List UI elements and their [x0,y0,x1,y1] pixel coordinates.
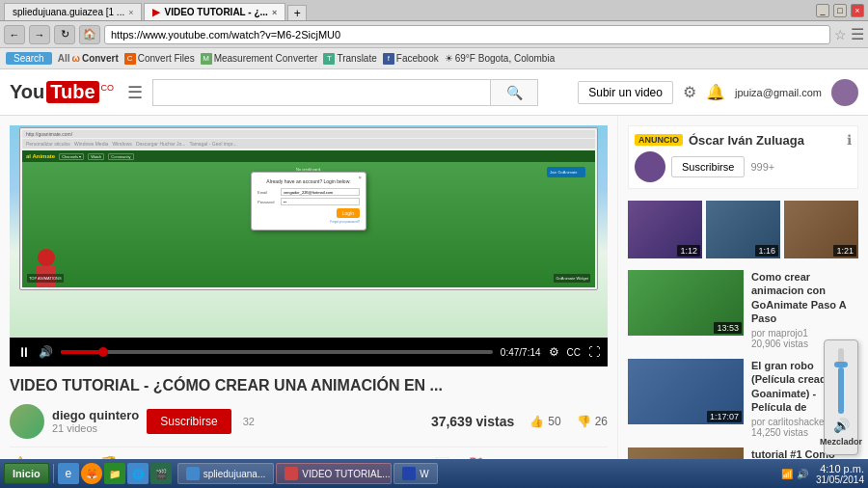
navigation-bar: ← → ↻ 🏠 ☆ ☰ [0,21,868,48]
bookmark-icon: All [58,53,70,64]
media-icon-symbol: 🎬 [155,469,167,479]
taskbar-time: 4:10 p.m. [816,463,864,474]
taskbar-date: 31/05/2014 [816,474,864,485]
sound-icon[interactable]: 🔊 [797,469,808,479]
related-item-1[interactable]: 13:53 Como crear animacion con GoAnimate… [628,270,858,349]
taskbar-tab-1[interactable]: spliedujuana... [177,463,275,484]
word-icon [402,467,416,480]
bookmark-search[interactable]: Search [6,52,52,65]
related-thumb-3: 12:54 [628,447,744,459]
ad-thumb-1[interactable]: 1:12 [628,201,702,258]
ad-name: Óscar Iván Zuluaga [689,133,841,148]
video-player[interactable]: http://goanimate.com/ Personalizar sticu… [10,125,608,366]
bookmark-convert[interactable]: All ω Convert [58,53,119,64]
video-screenshot: http://goanimate.com/ Personalizar sticu… [10,125,608,338]
modal-forgot-link[interactable]: Forgot your password? [258,220,360,224]
ad-thumb-2[interactable]: 1:16 [706,201,780,258]
refresh-button[interactable]: ↻ [54,25,75,44]
tab-1-close[interactable]: × [128,8,133,17]
yt-header: You Tube CO ☰ 🔍 Subir un video ⚙ 🔔 jpuiz… [0,69,868,116]
bookmark-star-icon[interactable]: ☆ [834,27,847,42]
progress-bar[interactable] [61,350,493,354]
ad-actions: Suscribirse 999+ [635,151,852,182]
modal-login-button[interactable]: Login [337,208,360,218]
system-tray: 📶 🔊 [781,469,808,479]
user-avatar[interactable] [831,79,858,106]
address-bar[interactable] [104,25,830,44]
modal-email-input[interactable] [281,188,360,196]
taskbar-word[interactable]: W [393,463,437,484]
close-button[interactable]: × [851,4,864,17]
tab-2-close[interactable]: × [272,8,277,17]
in-video-nav-label: Personalizar sticulos Windows Media Wind… [26,141,237,147]
ad-subscribe-button[interactable]: Suscribirse [671,156,745,177]
convert-label: Convert [82,53,119,64]
start-button[interactable]: Inicio [4,463,49,484]
bookmark-translate[interactable]: T Translate [323,53,376,65]
yt-menu-icon[interactable]: ☰ [127,82,143,103]
taskbar-tab-2-label: VIDEO TUTORIAL... [302,469,390,479]
ga-header: al Animate Channels ▾ Watch Community [22,150,595,162]
measurement-label: Measurement Converter [214,53,318,64]
browser2-icon-symbol: 🌐 [132,469,144,479]
notifications-icon[interactable]: 🔔 [706,83,725,101]
taskbar-tab-1-label: spliedujuana... [203,469,266,479]
maximize-button[interactable]: □ [833,4,847,17]
translate-icon: T [323,53,335,65]
video-settings-icon[interactable]: ⚙ [549,345,559,359]
firefox-icon[interactable]: 🦊 [81,463,102,484]
modal-close-icon: × [358,175,362,180]
user-email[interactable]: jpuiza@gmail.com [735,87,822,98]
progress-handle[interactable] [98,347,108,357]
modal-password-input[interactable] [281,198,360,205]
menu-icon[interactable]: ☰ [851,25,864,43]
volume-button[interactable]: 🔊 [39,345,53,359]
youtube-logo[interactable]: You Tube CO [10,81,114,103]
bookmark-measurement[interactable]: M Measurement Converter [201,53,318,65]
settings-icon[interactable]: ⚙ [683,83,696,101]
back-icon: ← [10,29,20,41]
ad-avatar[interactable] [635,151,665,182]
forward-button[interactable]: → [29,25,50,44]
ga-logo: al Animate [26,153,55,159]
home-button[interactable]: 🏠 [79,25,100,44]
minimize-button[interactable]: _ [816,4,829,17]
taskbar-tab-2[interactable]: VIDEO TUTORIAL... [276,463,392,484]
channel-avatar[interactable] [10,404,44,439]
volume-popup-label: Mezclador [820,437,862,447]
subscriber-count: 32 [243,416,255,427]
search-bookmark-btn[interactable]: Search [6,52,52,65]
info-icon[interactable]: ℹ [847,132,852,148]
browser2-icon[interactable]: 🌐 [127,463,149,484]
volume-slider[interactable] [838,348,844,414]
play-pause-button[interactable]: ⏸ [17,344,31,360]
ga-nav-community: Community [108,153,133,160]
media-icon[interactable]: 🎬 [150,463,172,484]
home-icon: 🏠 [83,28,96,41]
like-button[interactable]: 👍 50 [529,415,560,428]
tab-1[interactable]: spliedujuana.guiazea [1 ... × [4,3,142,20]
bookmark-weather[interactable]: ☀ 69°F Bogota, Colombia [445,53,556,64]
channel-details: diego quintero 21 videos [52,408,139,434]
refresh-icon: ↻ [61,28,69,41]
yt-search-input[interactable] [152,79,490,106]
new-tab-button[interactable]: + [287,5,307,20]
back-button[interactable]: ← [4,25,25,44]
yt-search-button[interactable]: 🔍 [490,79,538,106]
views-likes: 37,639 vistas 👍 50 👎 26 [431,414,608,429]
channel-name[interactable]: diego quintero [52,408,139,422]
ad-thumb-3[interactable]: 1:21 [784,201,858,258]
convert-files-icon: C [124,53,136,65]
fullscreen-button[interactable]: ⛶ [588,345,600,359]
bookmark-convert-files[interactable]: C Convert Files [124,53,195,65]
dislike-button[interactable]: 👎 26 [577,415,608,428]
subtitle-button[interactable]: CC [567,347,581,358]
upload-video-button[interactable]: Subir un video [578,81,673,104]
tab-2[interactable]: ▶ VIDEO TUTORIAL - ¿... × [144,3,285,20]
yt-header-right: Subir un video ⚙ 🔔 jpuiza@gmail.com [578,79,858,106]
bookmark-facebook[interactable]: f Facebook [383,53,439,65]
folder-icon[interactable]: 📁 [104,463,125,484]
ie-icon[interactable]: e [58,463,79,484]
subscribe-button[interactable]: Suscribirse [147,409,231,434]
volume-handle[interactable] [834,362,848,367]
